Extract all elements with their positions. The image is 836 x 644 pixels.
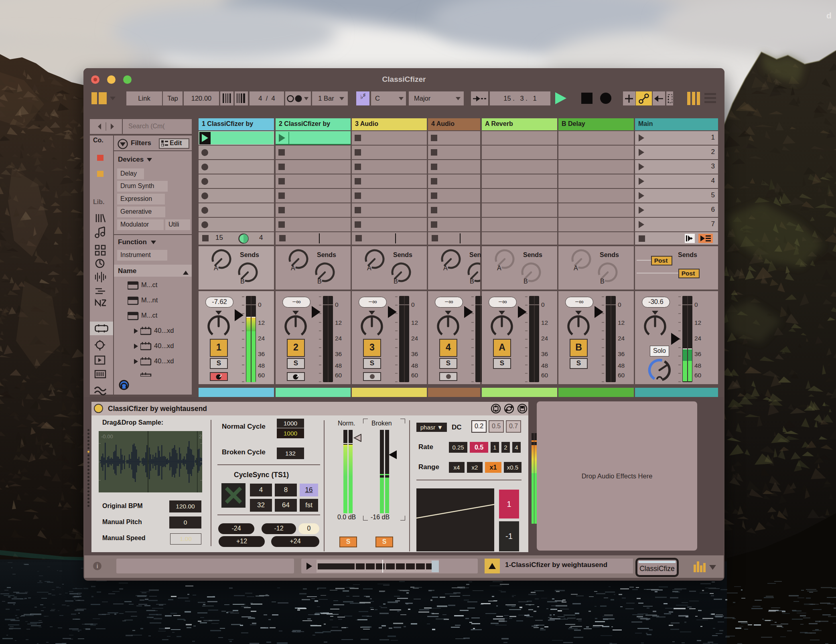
- svg-text:2: 2: [199, 433, 202, 439]
- svg-text:A: A: [367, 265, 371, 271]
- svg-text:B: B: [470, 278, 474, 285]
- svg-text:B: B: [600, 278, 605, 285]
- svg-text:-0.00: -0.00: [101, 433, 113, 439]
- svg-text:A: A: [574, 265, 578, 271]
- svg-text:B: B: [524, 278, 528, 285]
- svg-text:A: A: [443, 265, 448, 271]
- svg-text:A: A: [497, 265, 501, 271]
- svg-text:d: d: [826, 11, 832, 20]
- svg-text:A: A: [291, 265, 295, 271]
- svg-text:A: A: [214, 265, 218, 271]
- svg-text:B: B: [317, 278, 322, 285]
- svg-text:B: B: [240, 278, 245, 285]
- svg-text:B: B: [394, 278, 398, 285]
